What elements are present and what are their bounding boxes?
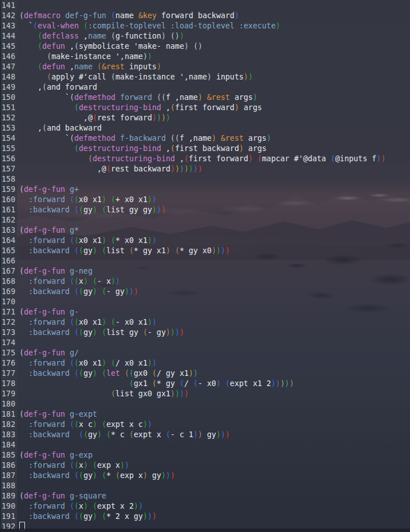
code-line[interactable]: 160 :forward ((x0 x1) (+ x0 x1)) bbox=[0, 195, 410, 205]
code-line[interactable]: 179 (list gx0 gx1)))) bbox=[0, 389, 410, 399]
code-line[interactable]: 171(def-g-fun g- bbox=[0, 307, 410, 317]
code-line[interactable]: 189(def-g-fun g-square bbox=[0, 491, 410, 501]
code-text[interactable]: (defclass ,name (g-function) ()) bbox=[17, 31, 184, 41]
code-text[interactable]: :forward ((x0 x1) (- x0 x1)) bbox=[17, 317, 157, 328]
code-line[interactable]: 154 `(defmethod f-backward ((f ,name) &r… bbox=[0, 133, 410, 144]
code-text[interactable]: (def-g-fun g* bbox=[17, 225, 79, 236]
code-line[interactable]: 158 bbox=[0, 174, 410, 185]
code-line[interactable]: 153 ,(and backward bbox=[0, 123, 410, 133]
code-text[interactable]: :forward ((x0 x1) (/ x0 x1)) bbox=[17, 358, 157, 368]
code-line[interactable]: 188 bbox=[0, 481, 410, 491]
code-text[interactable]: (apply #'call (make-instance ',name) inp… bbox=[17, 72, 253, 82]
code-text[interactable]: (def-g-fun g/ bbox=[17, 348, 79, 358]
code-line[interactable]: 166 bbox=[0, 256, 410, 266]
code-line[interactable]: 182 :forward ((x c) (expt x c)) bbox=[0, 420, 410, 430]
code-text[interactable]: (make-instance ',name)) bbox=[17, 52, 152, 62]
code-line[interactable]: 156 (destructuring-bind ,(first forward)… bbox=[0, 154, 410, 164]
code-text[interactable]: (def-g-fun g-exp bbox=[17, 450, 93, 460]
code-text[interactable]: ,(and backward bbox=[17, 123, 102, 133]
code-text[interactable]: (def-g-fun g-neg bbox=[17, 266, 93, 277]
code-line[interactable]: 178 (gx1 (* gy (/ (- x0) (expt x1 2))))) bbox=[0, 379, 410, 389]
code-line[interactable]: 165 :backward ((gy) (list (* gy x1) (* g… bbox=[0, 246, 410, 256]
code-line[interactable]: 173 :backward ((gy) (list gy (- gy)))) bbox=[0, 328, 410, 338]
code-line[interactable]: 141 bbox=[0, 1, 410, 11]
code-line[interactable]: 185(def-g-fun g-exp bbox=[0, 450, 410, 460]
code-line[interactable]: 172 :forward ((x0 x1) (- x0 x1)) bbox=[0, 317, 410, 328]
code-text[interactable] bbox=[17, 297, 19, 307]
code-line[interactable]: 143 `(eval-when (:compile-toplevel :load… bbox=[0, 21, 410, 31]
code-line[interactable]: 148 (apply #'call (make-instance ',name)… bbox=[0, 72, 410, 82]
code-text[interactable]: `(defmethod forward ((f ,name) &rest arg… bbox=[17, 93, 257, 103]
code-text[interactable] bbox=[17, 1, 19, 11]
code-line[interactable]: 191 :backward ((gy) (* 2 x gy))) bbox=[0, 512, 410, 522]
code-text[interactable]: (defun ,(symbolicate 'make- name) () bbox=[17, 41, 203, 52]
code-line[interactable]: 177 :backward ((gy) (let ((gx0 (/ gy x1)… bbox=[0, 368, 410, 379]
code-text[interactable]: ,(and forward bbox=[17, 82, 97, 93]
code-text[interactable]: ,@(rest forward)))) bbox=[17, 113, 170, 123]
code-line[interactable]: 187 :backward ((gy) (* (exp x) gy))) bbox=[0, 471, 410, 481]
code-text[interactable]: `(defmethod f-backward ((f ,name) &rest … bbox=[17, 133, 271, 144]
code-line[interactable]: 184 bbox=[0, 440, 410, 450]
code-line[interactable]: 157 ,@(rest backward))))))) bbox=[0, 164, 410, 174]
code-text[interactable]: :backward ((gy) (* 2 x gy))) bbox=[17, 512, 157, 522]
code-line[interactable]: 145 (defun ,(symbolicate 'make- name) () bbox=[0, 41, 410, 52]
code-text[interactable]: :backward ((gy) (list gy (- gy)))) bbox=[17, 328, 184, 338]
code-line[interactable]: 174 bbox=[0, 338, 410, 348]
code-text[interactable] bbox=[17, 440, 19, 450]
code-text[interactable]: :backward ((gy) (- gy))) bbox=[17, 287, 139, 297]
code-line[interactable]: 162 bbox=[0, 215, 410, 225]
code-text[interactable]: ,@(rest backward))))))) bbox=[17, 164, 203, 174]
code-line[interactable]: 149 ,(and forward bbox=[0, 82, 410, 93]
code-line[interactable]: 152 ,@(rest forward)))) bbox=[0, 113, 410, 123]
code-line[interactable]: 181(def-g-fun g-expt bbox=[0, 409, 410, 420]
code-line[interactable]: 147 (defun ,name (&rest inputs) bbox=[0, 62, 410, 72]
code-line[interactable]: 190 :forward ((x) (expt x 2)) bbox=[0, 501, 410, 512]
code-line[interactable]: 142(defmacro def-g-fun (name &key forwar… bbox=[0, 11, 410, 21]
code-text[interactable] bbox=[17, 174, 19, 185]
code-text[interactable]: :forward ((x) (- x)) bbox=[17, 277, 120, 287]
code-line[interactable]: 159(def-g-fun g+ bbox=[0, 185, 410, 195]
code-text[interactable]: (destructuring-bind ,(first forward) (ma… bbox=[17, 154, 386, 164]
code-line[interactable]: 163(def-g-fun g* bbox=[0, 225, 410, 236]
code-text[interactable]: (defmacro def-g-fun (name &key forward b… bbox=[17, 11, 239, 21]
code-line[interactable]: 169 :backward ((gy) (- gy))) bbox=[0, 287, 410, 297]
code-text[interactable] bbox=[17, 481, 19, 491]
code-text[interactable]: :backward ((gy) (* c (expt x (- c 1)) gy… bbox=[17, 430, 230, 440]
code-text[interactable] bbox=[17, 399, 19, 409]
code-line[interactable]: 151 (destructuring-bind ,(first forward)… bbox=[0, 103, 410, 113]
code-text[interactable]: (def-g-fun g- bbox=[17, 307, 79, 317]
code-line[interactable]: 176 :forward ((x0 x1) (/ x0 x1)) bbox=[0, 358, 410, 368]
code-text[interactable]: (destructuring-bind ,(first forward) arg… bbox=[17, 103, 262, 113]
code-text[interactable]: :forward ((x0 x1) (+ x0 x1)) bbox=[17, 195, 157, 205]
code-text[interactable] bbox=[17, 256, 19, 266]
code-line[interactable]: 180 bbox=[0, 399, 410, 409]
code-line[interactable]: 146 (make-instance ',name)) bbox=[0, 52, 410, 62]
code-text[interactable]: :backward ((gy) (list (* gy x1) (* gy x0… bbox=[17, 246, 230, 256]
code-text[interactable]: (def-g-fun g-expt bbox=[17, 409, 97, 420]
code-text[interactable] bbox=[17, 215, 19, 225]
code-line[interactable]: 144 (defclass ,name (g-function) ()) bbox=[0, 31, 410, 41]
code-text[interactable]: (list gx0 gx1)))) bbox=[17, 389, 189, 399]
code-text[interactable]: :forward ((x) (exp x)) bbox=[17, 460, 129, 471]
code-text[interactable]: (gx1 (* gy (/ (- x0) (expt x1 2))))) bbox=[17, 379, 294, 389]
code-text[interactable]: (def-g-fun g+ bbox=[17, 185, 79, 195]
code-text[interactable]: :forward ((x0 x1) (* x0 x1)) bbox=[17, 236, 157, 246]
code-line[interactable]: 170 bbox=[0, 297, 410, 307]
code-line[interactable]: 183 :backward ((gy) (* c (expt x (- c 1)… bbox=[0, 430, 410, 440]
code-line[interactable]: 161 :backward ((gy) (list gy gy))) bbox=[0, 205, 410, 215]
code-text[interactable]: :backward ((gy) (* (exp x) gy))) bbox=[17, 471, 175, 481]
code-text[interactable]: :forward ((x c) (expt x c)) bbox=[17, 420, 152, 430]
code-text[interactable] bbox=[17, 338, 19, 348]
code-line[interactable]: 168 :forward ((x) (- x)) bbox=[0, 277, 410, 287]
code-text[interactable]: :backward ((gy) (let ((gx0 (/ gy x1)) bbox=[17, 368, 198, 379]
code-line[interactable]: 150 `(defmethod forward ((f ,name) &rest… bbox=[0, 93, 410, 103]
code-text[interactable]: (defun ,name (&rest inputs) bbox=[17, 62, 161, 72]
code-line[interactable]: 164 :forward ((x0 x1) (* x0 x1)) bbox=[0, 236, 410, 246]
code-text[interactable]: :backward ((gy) (list gy gy))) bbox=[17, 205, 166, 215]
code-line[interactable]: 175(def-g-fun g/ bbox=[0, 348, 410, 358]
code-text[interactable]: `(eval-when (:compile-toplevel :load-top… bbox=[17, 21, 281, 31]
code-text[interactable]: :forward ((x) (expt x 2)) bbox=[17, 501, 143, 512]
code-buffer[interactable]: 141142(defmacro def-g-fun (name &key for… bbox=[0, 0, 410, 532]
code-text[interactable]: (def-g-fun g-square bbox=[17, 491, 106, 501]
code-text[interactable]: (destructuring-bind ,(first backward) ar… bbox=[17, 144, 266, 154]
